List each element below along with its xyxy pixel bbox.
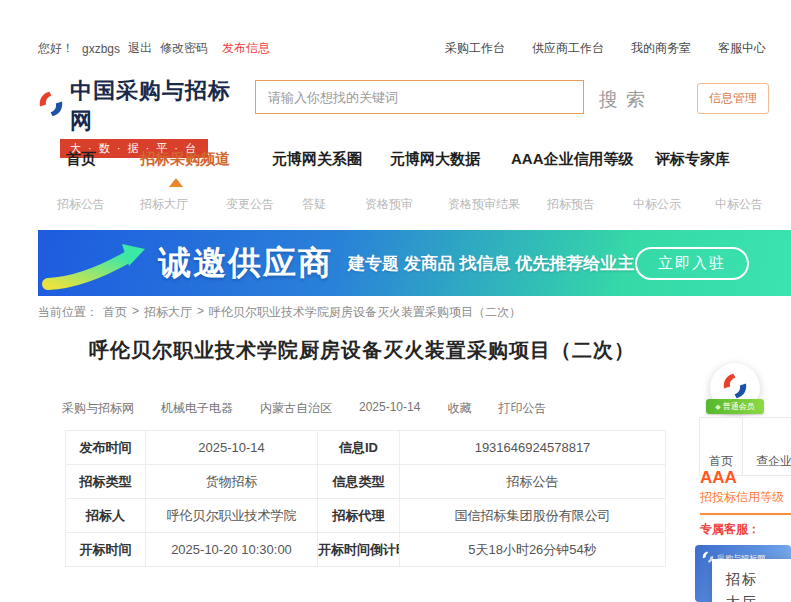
sidebar-quicklink-company-search[interactable]: 查企业 xyxy=(742,417,791,476)
breadcrumb-current: 呼伦贝尔职业技术学院厨房设备灭火装置采购项目（二次） xyxy=(209,304,521,321)
nav-item-relations[interactable]: 元博网关系圈 xyxy=(272,150,362,169)
topbar-link-customer-service[interactable]: 客服中心 xyxy=(718,40,766,57)
nav-item-bidding-channel[interactable]: 招标采购频道 xyxy=(140,150,230,169)
aaa-credit-subtitle[interactable]: 招投标信用等级 xyxy=(700,489,791,515)
topbar-user-area: 您好！ gxzbgs 退出 修改密码 发布信息 xyxy=(38,40,270,57)
subnav-item-bid-hall[interactable]: 招标大厅 xyxy=(140,196,188,213)
supplier-banner[interactable]: 诚邀供应商 建专题 发商品 找信息 优先推荐给业主 立即入驻 xyxy=(38,230,791,296)
dedicated-service-label: 专属客服： xyxy=(700,521,760,538)
table-value-publish-time: 2025-10-14 xyxy=(146,431,318,465)
banner-arrow-icon xyxy=(38,230,156,296)
member-level-badge: ◆普通会员 xyxy=(706,399,764,414)
table-value-bid-type: 货物招标 xyxy=(146,465,318,499)
breadcrumb-separator: > xyxy=(132,304,139,321)
logo-title: 中国采购与招标网 xyxy=(70,76,248,136)
banner-tagline: 建专题 发商品 找信息 优先推荐给业主 xyxy=(348,252,634,275)
join-now-button[interactable]: 立即入驻 xyxy=(635,247,749,280)
logo-swirl-icon xyxy=(38,89,64,123)
table-label-info-type: 信息类型 xyxy=(318,465,400,499)
gem-icon: ◆ xyxy=(715,403,720,410)
search-button[interactable]: 搜索 xyxy=(593,86,659,114)
table-value-opening-time: 2025-10-20 10:30:00 xyxy=(146,533,318,567)
subnav-item-win-notice[interactable]: 中标公告 xyxy=(715,196,763,213)
topbar-link-business-room[interactable]: 我的商务室 xyxy=(631,40,691,57)
nav-item-aaa-credit[interactable]: AAA企业信用等级 xyxy=(511,150,634,169)
nav-item-expert-library[interactable]: 评标专家库 xyxy=(655,150,730,169)
subnav-item-prequalification-result[interactable]: 资格预审结果 xyxy=(448,196,520,213)
breadcrumb: 当前位置： 首页 > 招标大厅 > 呼伦贝尔职业技术学院厨房设备灭火装置采购项目… xyxy=(38,304,521,321)
greeting-text: 您好！ xyxy=(38,40,74,57)
topbar-link-buyer-workbench[interactable]: 采购工作台 xyxy=(445,40,505,57)
logout-link[interactable]: 退出 xyxy=(128,40,152,57)
member-level-label: 普通会员 xyxy=(723,402,755,411)
table-value-agency: 国信招标集团股份有限公司 xyxy=(400,499,666,533)
table-label-opening-time: 开标时间 xyxy=(66,533,146,567)
meta-region-link[interactable]: 内蒙古自治区 xyxy=(260,400,332,417)
favorite-button[interactable]: 收藏 xyxy=(447,400,471,417)
active-nav-indicator xyxy=(169,178,183,187)
nav-item-bigdata[interactable]: 元博网大数据 xyxy=(390,150,480,169)
aaa-credit-title[interactable]: AAA xyxy=(700,468,737,488)
nav-item-home[interactable]: 首页 xyxy=(66,150,96,169)
breadcrumb-separator: > xyxy=(197,304,204,321)
table-value-info-id: 1931646924578817 xyxy=(400,431,666,465)
breadcrumb-home[interactable]: 首页 xyxy=(103,304,127,321)
table-label-publish-time: 发布时间 xyxy=(66,431,146,465)
username: gxzbgs xyxy=(82,42,120,56)
banner-title: 诚邀供应商 xyxy=(158,241,333,286)
topbar-links: 采购工作台 供应商工作台 我的商务室 客服中心 网站导航 关注 xyxy=(445,40,791,57)
table-label-countdown: 开标时间倒计时 xyxy=(318,533,400,567)
publish-info-link[interactable]: 发布信息 xyxy=(222,40,270,57)
search-input[interactable] xyxy=(255,80,584,114)
subnav-item-bid-notice[interactable]: 招标公告 xyxy=(57,196,105,213)
article-meta: 采购与招标网 机械电子电器 内蒙古自治区 2025-10-14 收藏 打印公告 xyxy=(62,400,546,417)
quicklink-company-label: 查企业 xyxy=(756,453,791,470)
subnav-item-qa[interactable]: 答疑 xyxy=(302,196,326,213)
meta-category-link[interactable]: 机械电子电器 xyxy=(161,400,233,417)
subnav-item-prequalification[interactable]: 资格预审 xyxy=(365,196,413,213)
subnav-item-win-publicity[interactable]: 中标公示 xyxy=(633,196,681,213)
table-label-tenderer: 招标人 xyxy=(66,499,146,533)
subnav-item-change-notice[interactable]: 变更公告 xyxy=(226,196,274,213)
breadcrumb-prefix: 当前位置： xyxy=(38,304,98,321)
table-value-tenderer: 呼伦贝尔职业技术学院 xyxy=(146,499,318,533)
table-label-info-id: 信息ID xyxy=(318,431,400,465)
info-table: 发布时间 2025-10-14 信息ID 1931646924578817 招标… xyxy=(65,430,666,567)
table-value-countdown: 5天18小时26分钟54秒 xyxy=(400,533,666,567)
topbar-link-supplier-workbench[interactable]: 供应商工作台 xyxy=(532,40,604,57)
meta-source-link[interactable]: 采购与招标网 xyxy=(62,400,134,417)
table-label-agency: 招标代理 xyxy=(318,499,400,533)
bid-hall-popup-menu-item[interactable]: 招标 大厅 xyxy=(712,559,791,602)
table-label-bid-type: 招标类型 xyxy=(66,465,146,499)
popup-label-line2: 大厅 xyxy=(726,591,791,602)
meta-date: 2025-10-14 xyxy=(359,400,420,417)
subnav-item-bid-preview[interactable]: 招标预告 xyxy=(547,196,595,213)
breadcrumb-section[interactable]: 招标大厅 xyxy=(144,304,192,321)
print-notice-button[interactable]: 打印公告 xyxy=(498,400,546,417)
change-password-link[interactable]: 修改密码 xyxy=(160,40,208,57)
site-logo[interactable]: 中国采购与招标网 大 · 数 · 据 · 平 · 台 xyxy=(38,76,248,158)
popup-label-line1: 招标 xyxy=(726,568,791,591)
page-title: 呼伦贝尔职业技术学院厨房设备灭火装置采购项目（二次） xyxy=(38,337,686,364)
info-manage-button[interactable]: 信息管理 xyxy=(697,83,769,114)
table-value-info-type: 招标公告 xyxy=(400,465,666,499)
